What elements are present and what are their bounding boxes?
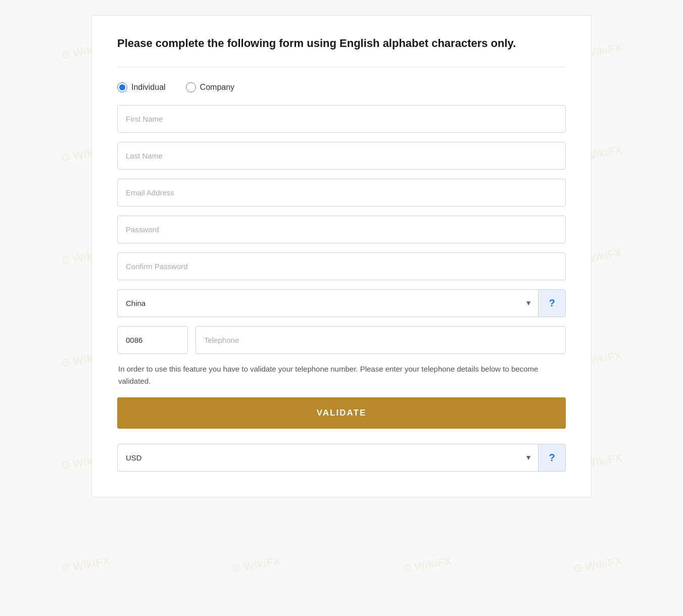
individual-radio[interactable] (117, 82, 127, 92)
account-type-group: Individual Company (117, 82, 566, 92)
form-heading: Please complete the following form using… (117, 36, 566, 52)
email-input[interactable] (117, 179, 566, 207)
registration-form: Please complete the following form using… (91, 15, 592, 497)
country-row: China United States United Kingdom Japan… (117, 289, 566, 317)
password-input[interactable] (117, 216, 566, 243)
company-radio[interactable] (186, 82, 196, 92)
last-name-field (117, 142, 566, 170)
country-select-wrapper: China United States United Kingdom Japan… (117, 289, 538, 317)
last-name-input[interactable] (117, 142, 566, 170)
currency-help-button[interactable]: ? (538, 444, 566, 472)
watermark-cell: ⊙ WikiFX (0, 499, 178, 616)
country-select[interactable]: China United States United Kingdom Japan… (117, 289, 538, 317)
email-field (117, 179, 566, 207)
confirm-password-field (117, 252, 566, 280)
watermark-cell: ⊙ WikiFX (163, 499, 349, 616)
phone-row (117, 326, 566, 354)
phone-code-input[interactable] (117, 326, 188, 354)
confirm-password-input[interactable] (117, 252, 566, 280)
watermark-cell: ⊙ WikiFX (334, 499, 520, 616)
currency-select-wrapper: USD EUR GBP JPY CNY ▼ (117, 444, 538, 472)
country-help-button[interactable]: ? (538, 289, 566, 317)
page-wrapper: ⊙ WikiFX ⊙ WikiFX ⊙ WikiFX ⊙ WikiFX ⊙ Wi… (0, 0, 683, 616)
currency-select[interactable]: USD EUR GBP JPY CNY (117, 444, 538, 472)
section-divider (117, 67, 566, 67)
first-name-field (117, 105, 566, 133)
company-radio-label[interactable]: Company (186, 82, 234, 92)
company-label: Company (200, 83, 234, 92)
watermark-cell: ⊙ WikiFX (505, 499, 683, 616)
currency-row: USD EUR GBP JPY CNY ▼ ? (117, 444, 566, 472)
validation-notice: In order to use this feature you have to… (117, 363, 566, 387)
individual-label: Individual (131, 83, 166, 92)
validate-button[interactable]: VALIDATE (117, 397, 566, 429)
individual-radio-label[interactable]: Individual (117, 82, 166, 92)
password-field (117, 216, 566, 243)
first-name-input[interactable] (117, 105, 566, 133)
telephone-input[interactable] (196, 326, 566, 354)
